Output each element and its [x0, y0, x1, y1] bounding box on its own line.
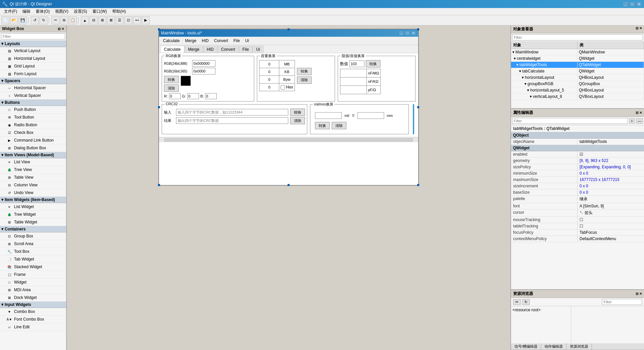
res-pfo-input[interactable] — [342, 86, 365, 93]
widget-list-widget[interactable]: ≡ List Widget — [0, 203, 66, 211]
toolbar-new[interactable]: 📄 — [1, 16, 9, 24]
widget-horizontal-spacer[interactable]: ↔ Horizontal Spacer — [0, 84, 66, 92]
sel-handle-bl[interactable] — [158, 184, 160, 186]
mw-menu-convert[interactable]: Convert — [211, 37, 231, 44]
category-containers[interactable]: ▾ Containers — [0, 226, 66, 232]
tab-ui[interactable]: Ui — [253, 46, 264, 53]
tab-file[interactable]: File — [239, 46, 253, 53]
r-input[interactable] — [169, 93, 181, 99]
prop-geometry[interactable]: geometry [9, 9], 963 x 522 — [511, 158, 644, 164]
mil-input[interactable] — [315, 112, 342, 119]
tree-horizontallayout[interactable]: ▾ horizontalLayout QHBoxLayout — [511, 74, 644, 81]
widget-tab-widget[interactable]: 📑 Tab Widget — [0, 255, 66, 263]
widget-column-view[interactable]: ⊟ Column View — [0, 181, 66, 189]
category-item-views[interactable]: ▾ Item Views (Model-Based) — [0, 152, 66, 158]
crc-input-field[interactable] — [176, 109, 288, 116]
prop-font[interactable]: font A [SimSun, 9] — [511, 203, 644, 209]
widget-combo-box[interactable]: ▼ Combo Box — [0, 308, 66, 316]
widget-grid-layout[interactable]: ▦ Grid Layout — [0, 62, 66, 70]
widget-check-box[interactable]: ☑ Check Box — [0, 129, 66, 137]
tab-calculate[interactable]: Calculate — [160, 46, 184, 53]
widget-scroll-area[interactable]: ⊞ Scroll Area — [0, 240, 66, 248]
tab-action-editor[interactable]: 动作编辑器 — [541, 343, 567, 350]
mw-menu-hid[interactable]: HID — [199, 37, 211, 44]
widget-tree-view[interactable]: 🌲 Tree View — [0, 166, 66, 174]
resource-refresh-btn[interactable]: ↻ — [522, 299, 530, 305]
sel-handle-tc[interactable] — [288, 28, 290, 30]
resource-pencil-btn[interactable]: ✏ — [513, 299, 521, 305]
widget-form-layout[interactable]: ▧ Form Layout — [0, 70, 66, 78]
minimize-button[interactable]: _ — [623, 1, 629, 7]
widget-box-search[interactable] — [1, 33, 65, 39]
tree-centralwidget[interactable]: ▾ centralwidget QWidget — [511, 55, 644, 62]
tab-merge[interactable]: Merge — [184, 46, 203, 53]
prop-maximumsize[interactable]: maximumSize 16777215 x 16777215 — [511, 177, 644, 183]
close-button[interactable]: ✕ — [636, 1, 642, 7]
prop-cursor[interactable]: cursor ↖ 箭头 — [511, 209, 644, 217]
tree-verticallayout8[interactable]: ▾ verticalLayout_8 QVBoxLayout — [511, 94, 644, 100]
toolbar-layout-v[interactable]: ⊞ — [98, 16, 106, 24]
toolbar-layout-grid[interactable]: ⊠ — [107, 16, 115, 24]
toolbar-break-layout[interactable]: ⊡ — [124, 16, 132, 24]
property-filter[interactable] — [512, 118, 628, 124]
category-input-widgets[interactable]: ▾ Input Widgets — [0, 302, 66, 308]
widget-vertical-layout[interactable]: ▤ Vertical Layout — [0, 47, 66, 55]
tab-convert[interactable]: Convert — [217, 46, 239, 53]
hscrollbar-track[interactable] — [164, 138, 413, 142]
rgb-convert-btn[interactable]: 转换 — [164, 76, 179, 83]
vol-mb-input[interactable] — [261, 61, 278, 67]
mw-menu-ui[interactable]: Ui — [243, 37, 252, 44]
prop-contextmenupolicy[interactable]: contextMenuPolicy DefaultContextMenu — [511, 236, 644, 242]
prop-minimumsize[interactable]: minimumSize 0 x 0 — [511, 170, 644, 177]
menu-window[interactable]: 窗口(W) — [90, 8, 110, 15]
widget-frame[interactable]: ▢ Frame — [0, 271, 66, 279]
crc-verify-btn[interactable]: 校验 — [290, 109, 305, 116]
designer-scroll[interactable]: MainWindow - tools.ui* _ □ ✕ Calculate M… — [67, 25, 510, 350]
prop-sizeincrement[interactable]: sizeIncrement 0 x 0 — [511, 183, 644, 189]
widget-radio-button[interactable]: ◉ Radio Button — [0, 121, 66, 129]
mw-menu-merge[interactable]: Merge — [182, 37, 199, 44]
mm-input[interactable] — [357, 112, 384, 119]
widget-vertical-spacer[interactable]: ↕ Vertical Spacer — [0, 92, 66, 100]
mw-minimize[interactable]: _ — [399, 31, 404, 35]
toolbar-save[interactable]: 💾 — [19, 16, 27, 24]
widget-push-button[interactable]: □ Push Button — [0, 106, 66, 114]
rgb-24bit-input[interactable] — [192, 60, 215, 67]
toolbar-layout-form[interactable]: ☰ — [116, 16, 124, 24]
prop-tablettracking[interactable]: tabletTracking ☐ — [511, 223, 644, 229]
toolbar-preview[interactable]: ▶ — [142, 16, 150, 24]
category-spacers[interactable]: ▾ Spacers — [0, 78, 66, 84]
prop-sizepolicy[interactable]: sizePolicy [Expanding, Expanding, 0, 0] — [511, 164, 644, 170]
widget-widget[interactable]: □ Widget — [0, 279, 66, 286]
volume-clear-btn[interactable]: 清除 — [297, 76, 312, 84]
menu-form[interactable]: 窗体(O) — [33, 8, 52, 15]
widget-dock-widget[interactable]: ⊠ Dock Widget — [0, 294, 66, 302]
sel-handle-tr[interactable] — [417, 28, 419, 30]
mw-menu-calculate[interactable]: Calculate — [160, 37, 182, 44]
tree-groupboxrgb[interactable]: ▾ groupBoxRGB QGroupBox — [511, 81, 644, 87]
sel-handle-br[interactable] — [417, 184, 419, 186]
menu-settings[interactable]: 设置(S) — [71, 8, 90, 15]
milmm-clear-btn[interactable]: 清除 — [332, 122, 346, 129]
resource-filter[interactable] — [602, 299, 642, 305]
tree-tabwidgettools[interactable]: ▾ tabWidgetTools QTabWidget — [511, 62, 644, 68]
prop-mousetracking[interactable]: mouseTracking ☐ — [511, 217, 644, 223]
toolbar-redo[interactable]: ↻ — [39, 16, 47, 24]
widget-command-link-button[interactable]: ▶ Command Link Button — [0, 137, 66, 144]
widget-group-box[interactable]: ⊡ Group Box — [0, 232, 66, 240]
toolbar-cut[interactable]: ✂ — [51, 16, 59, 24]
mw-close[interactable]: ✕ — [411, 31, 416, 35]
res-nfko-input[interactable] — [342, 78, 365, 85]
res-convert-btn[interactable]: 转换 — [366, 60, 380, 67]
widget-undo-view[interactable]: ↺ Undo View — [0, 189, 66, 197]
widget-dialog-button-box[interactable]: ⊞ Dialog Button Box — [0, 144, 66, 152]
maximize-button[interactable]: □ — [629, 1, 635, 7]
res-nfmo-input[interactable] — [342, 70, 365, 76]
sel-handle-bc[interactable] — [288, 184, 290, 186]
toolbar-copy[interactable]: ⧉ — [60, 16, 68, 24]
toolbar-layout-h[interactable]: ⊟ — [90, 16, 98, 24]
widget-tool-box[interactable]: 🔧 Tool Box — [0, 248, 66, 255]
rgb-clear-btn[interactable]: 清除 — [164, 84, 179, 92]
resource-root-item[interactable]: <resource root> — [512, 308, 541, 312]
widget-tool-button[interactable]: ⚙ Tool Button — [0, 114, 66, 121]
